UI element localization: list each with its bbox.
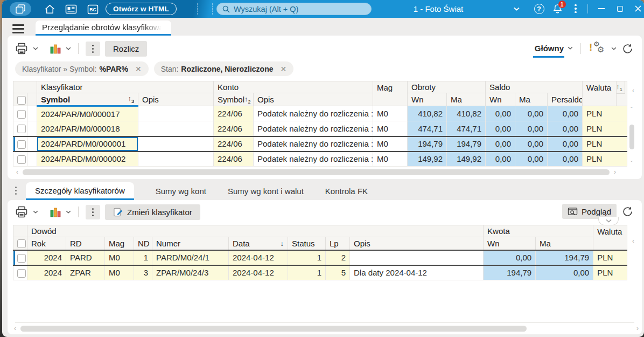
cell-obroty-wn[interactable]: 474,71 bbox=[408, 121, 447, 136]
cell-waluta[interactable]: PLN bbox=[593, 265, 627, 280]
app-layers-icon[interactable] bbox=[10, 2, 31, 16]
cell-persaldo[interactable]: 0,00 bbox=[548, 106, 583, 121]
minimize-button[interactable] bbox=[594, 2, 608, 16]
column-symbol-klasyfikator[interactable]: Symbol ↑3 bbox=[37, 93, 138, 106]
column-saldo-wn[interactable]: Wn bbox=[486, 93, 515, 106]
cell-konto[interactable]: 224/06 bbox=[214, 136, 254, 152]
cell-kwota-wn[interactable]: 0,00 bbox=[484, 250, 536, 265]
cell-mag[interactable]: M0 bbox=[373, 136, 408, 152]
cell-obroty-wn[interactable]: 149,92 bbox=[408, 152, 447, 167]
notifications-button[interactable]: 1 bbox=[550, 2, 564, 16]
cell-numer[interactable]: PARD/M0/24/1 bbox=[152, 250, 229, 265]
scroll-down-icon[interactable]: ˇ bbox=[631, 161, 632, 167]
form-icon[interactable] bbox=[64, 2, 78, 16]
column-opis-konto[interactable]: Opis bbox=[254, 93, 373, 106]
table-row[interactable]: 2024/PAR/M0/000018 224/06 Podatek należn… bbox=[13, 121, 627, 136]
home-icon[interactable] bbox=[43, 2, 57, 16]
cell-persaldo[interactable]: 0,00 bbox=[548, 152, 583, 167]
cell-saldo-wn[interactable]: 0,00 bbox=[486, 136, 515, 152]
column-mag[interactable]: Mag bbox=[373, 81, 408, 106]
cell-opis[interactable] bbox=[138, 106, 214, 121]
row-checkbox[interactable] bbox=[13, 265, 27, 280]
column-lp[interactable]: Lp bbox=[326, 237, 350, 250]
scroll-right-icon[interactable]: › bbox=[636, 325, 639, 332]
menu-hamburger-icon[interactable] bbox=[12, 24, 24, 33]
scroll-left-icon[interactable]: ‹ bbox=[632, 238, 634, 244]
cell-symbol[interactable]: 2024/PAR/M0/000017 bbox=[37, 106, 138, 121]
global-search[interactable] bbox=[216, 3, 372, 15]
column-obroty-ma[interactable]: Ma bbox=[447, 93, 486, 106]
scroll-up-icon[interactable]: ˆ bbox=[631, 107, 632, 113]
cell-obroty-wn[interactable]: 410,82 bbox=[408, 106, 447, 121]
cell-rok[interactable]: 2024 bbox=[27, 265, 66, 280]
maximize-button[interactable] bbox=[613, 2, 627, 16]
cell-status[interactable]: 1 bbox=[288, 265, 326, 280]
cell-obroty-ma[interactable]: 149,92 bbox=[447, 152, 486, 167]
row-checkbox[interactable] bbox=[13, 106, 27, 121]
cell-opis[interactable]: Dla daty 2024-04-12 bbox=[350, 265, 484, 280]
cell-symbol[interactable]: 2024/PAR/M0/000018 bbox=[37, 121, 138, 136]
cell-konto[interactable]: 224/06 bbox=[214, 106, 254, 121]
column-status[interactable]: Status bbox=[288, 237, 326, 250]
scroll-left-icon[interactable]: ‹ bbox=[16, 169, 18, 175]
cell-obroty-ma[interactable]: 410,82 bbox=[447, 106, 486, 121]
row-checkbox[interactable] bbox=[13, 152, 27, 167]
column-kwota-ma[interactable]: Ma bbox=[536, 237, 593, 250]
zmien-klasyfikator-button[interactable]: Zmień klasyfikator bbox=[105, 204, 200, 220]
column-kwota-wn[interactable]: Wn bbox=[484, 237, 536, 250]
cell-opis[interactable] bbox=[138, 121, 214, 136]
table-row[interactable]: 2024/PAR/M0/000017 224/06 Podatek należn… bbox=[13, 106, 627, 121]
column-rok[interactable]: Rok bbox=[27, 237, 66, 250]
cell-opis[interactable] bbox=[350, 250, 484, 265]
tab-kontrola-fk[interactable]: Kontrola FK bbox=[325, 182, 368, 200]
column-obroty-wn[interactable]: Wn bbox=[408, 93, 447, 106]
column-symbol-konto[interactable]: Symbol ↑2 bbox=[214, 93, 254, 106]
print-icon[interactable] bbox=[15, 206, 28, 218]
cell-saldo-wn[interactable]: 0,00 bbox=[486, 106, 515, 121]
column-opis-klasyfikator[interactable]: Opis bbox=[138, 93, 214, 106]
cell-waluta[interactable]: PLN bbox=[583, 106, 627, 121]
cell-saldo-ma[interactable]: 0,00 bbox=[515, 152, 548, 167]
cell-persaldo[interactable]: 0,00 bbox=[548, 136, 583, 152]
settings-chevron-down-icon[interactable] bbox=[611, 47, 617, 50]
table-row[interactable]: 2024 ZPAR M0 3 ZPAR/M0/24/3 2024-04-12 1… bbox=[13, 265, 627, 280]
cell-obroty-ma[interactable]: 194,79 bbox=[447, 136, 486, 152]
column-data[interactable]: Data ↓ bbox=[229, 237, 288, 250]
search-input[interactable] bbox=[234, 5, 366, 13]
cell-konto-opis[interactable]: Podatek należny do rozliczenia : bbox=[254, 121, 373, 136]
cell-data[interactable]: 2024-04-12 bbox=[229, 250, 288, 265]
row-checkbox[interactable] bbox=[13, 136, 27, 152]
rozlicz-button[interactable]: Rozlicz bbox=[105, 41, 147, 57]
cell-persaldo[interactable]: 0,00 bbox=[548, 121, 583, 136]
cell-saldo-ma[interactable]: 0,00 bbox=[515, 121, 548, 136]
cell-waluta[interactable]: PLN bbox=[593, 250, 627, 265]
cell-status[interactable]: 1 bbox=[288, 250, 326, 265]
chart-chevron-down-icon[interactable] bbox=[66, 47, 71, 50]
cell-symbol[interactable]: 2024/PARD/M0/000002 bbox=[37, 152, 138, 167]
company-selector-label[interactable]: 1 - Foto Świat bbox=[390, 0, 487, 18]
tab-sumy-wg-kont-i-walut[interactable]: Sumy wg kont i walut bbox=[228, 182, 304, 200]
vertical-scrollbar[interactable]: ˆ ˇ bbox=[628, 107, 635, 167]
cell-rok[interactable]: 2024 bbox=[27, 250, 66, 265]
chart-icon[interactable] bbox=[50, 207, 61, 217]
scroll-left-icon[interactable]: ‹ bbox=[14, 325, 16, 332]
panel-handle-icon[interactable] bbox=[15, 187, 17, 195]
cell-saldo-ma[interactable]: 0,00 bbox=[515, 106, 548, 121]
cell-kwota-ma[interactable]: 194,79 bbox=[536, 250, 593, 265]
select-all-checkbox[interactable] bbox=[13, 93, 27, 106]
horizontal-scrollbar[interactable]: ‹ › bbox=[11, 325, 639, 332]
cell-waluta[interactable]: PLN bbox=[583, 121, 627, 136]
cell-nd[interactable]: 1 bbox=[134, 250, 152, 265]
cell-mag[interactable]: M0 bbox=[373, 121, 408, 136]
refresh-icon[interactable] bbox=[622, 43, 633, 54]
table-row[interactable]: 2024/PARD/M0/000002 224/06 Podatek należ… bbox=[13, 152, 627, 167]
cell-lp[interactable]: 5 bbox=[326, 265, 350, 280]
cell-saldo-wn[interactable]: 0,00 bbox=[486, 152, 515, 167]
column-mag[interactable]: Mag bbox=[105, 237, 134, 250]
more-actions-button[interactable] bbox=[86, 42, 100, 56]
cell-rd[interactable]: PARD bbox=[66, 250, 105, 265]
column-waluta[interactable]: Waluta bbox=[583, 81, 617, 106]
print-chevron-down-icon[interactable] bbox=[33, 210, 38, 214]
select-all-checkbox[interactable] bbox=[13, 237, 27, 250]
cell-mag[interactable]: M0 bbox=[105, 250, 134, 265]
